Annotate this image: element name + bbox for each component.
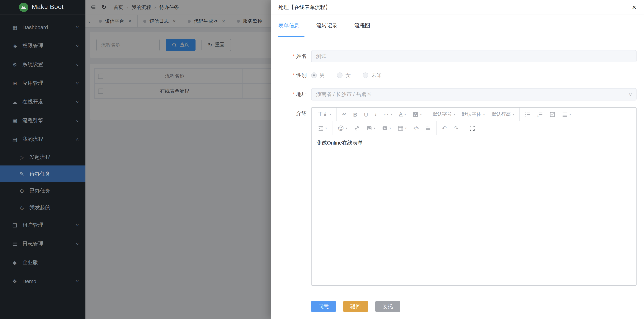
caret-down-icon: ▾ (513, 113, 514, 116)
gender-radio-group: 男 女 未知 (311, 69, 394, 81)
font-color-icon: A (399, 111, 402, 117)
align-justify-icon (562, 112, 568, 117)
tab-form-info[interactable]: 表单信息 (278, 15, 299, 37)
caret-down-icon: ▾ (346, 126, 347, 130)
sidebar-item-app-management[interactable]: ⊞ 应用管理 ∨ (0, 74, 86, 93)
toolbar-divider (336, 107, 336, 121)
close-drawer-icon[interactable]: ✕ (632, 4, 636, 11)
sidebar-item-enterprise[interactable]: ◆ 企业版 (0, 253, 86, 272)
numbered-list-icon[interactable]: 123 (534, 108, 546, 121)
form-row-intro: 介绍 正文 ▾ “ B U I (278, 107, 636, 286)
chevron-down-icon: ∨ (76, 26, 80, 29)
fullscreen-icon[interactable] (466, 121, 478, 135)
task-form: 姓名 测试 性别 男 女 (278, 50, 636, 292)
caret-down-icon: ▾ (420, 113, 422, 116)
shield-icon: ◈ (11, 43, 18, 49)
sidebar-item-done-tasks[interactable]: ⊙ 已办任务 (0, 182, 86, 199)
sidebar-item-start-process[interactable]: ▷ 发起流程 (0, 149, 86, 165)
gear-icon: ⚙ (11, 62, 18, 68)
toolbar-divider (436, 121, 436, 135)
calendar-check-icon: ▣ (11, 118, 18, 124)
sidebar-item-online-dev[interactable]: ☁ 在线开发 ∨ (0, 93, 86, 111)
radio-dot-icon (311, 73, 317, 78)
radio-male[interactable]: 男 (311, 72, 325, 79)
sidebar-item-permissions[interactable]: ◈ 权限管理 ∨ (0, 37, 86, 55)
insert-link-icon[interactable] (350, 121, 363, 135)
intro-label: 介绍 (278, 107, 311, 120)
underline-icon[interactable]: U (360, 108, 372, 121)
drawer-actions: 同意 驳回 委托 (278, 292, 636, 312)
send-icon: ▷ (18, 154, 25, 160)
app-logo[interactable]: Maku Boot (0, 0, 86, 15)
radio-female[interactable]: 女 (337, 72, 351, 79)
toolbar-divider (520, 107, 520, 121)
align-dropdown[interactable]: ▾ (558, 108, 574, 121)
app-root: Maku Boot ▦ Dashboard ∨ ◈ 权限管理 ∨ ⚙ 系统设置 … (0, 0, 644, 319)
editor-toolbar-row-1: 正文 ▾ “ B U I ⋯ ▾ (312, 108, 636, 121)
address-label: 地址 (278, 88, 311, 101)
check-circle-icon: ⊙ (18, 188, 25, 194)
sidebar-item-my-process[interactable]: ▤ 我的流程 ∧ (0, 130, 86, 149)
caret-down-icon: ▾ (389, 126, 391, 130)
emoji-dropdown[interactable]: ☺ ▾ (334, 121, 350, 135)
line-height-dropdown[interactable]: 默认行高 ▾ (488, 108, 518, 121)
sidebar-item-dashboard[interactable]: ▦ Dashboard ∨ (0, 18, 86, 37)
sidebar-item-tenant-management[interactable]: ❏ 租户管理 ∨ (0, 216, 86, 235)
caret-down-icon: ▾ (454, 113, 455, 116)
frame-icon: ❏ (11, 222, 18, 228)
radio-dot-icon (337, 73, 342, 78)
insert-table-dropdown[interactable]: ▾ (394, 121, 410, 135)
editor-content[interactable]: 测试Online在线表单 (312, 135, 636, 285)
name-field[interactable]: 测试 (311, 50, 636, 62)
approve-button[interactable]: 同意 (311, 301, 336, 312)
sidebar: Maku Boot ▦ Dashboard ∨ ◈ 权限管理 ∨ ⚙ 系统设置 … (0, 0, 86, 319)
toolbar-divider (427, 107, 427, 121)
svg-text:3: 3 (538, 115, 538, 117)
tab-flow-diagram[interactable]: 流程图 (354, 15, 370, 37)
redo-icon[interactable]: ↷ (450, 121, 462, 135)
highlight-color-dropdown[interactable]: A ▾ (409, 108, 425, 121)
font-family-dropdown[interactable]: 默认字体 ▾ (458, 108, 488, 121)
italic-icon[interactable]: I (372, 108, 380, 121)
address-value: 湖南省 / 长沙市 / 岳麓区 (316, 91, 372, 98)
drawer-title: 处理【在线表单流程】 (278, 4, 330, 11)
address-select[interactable]: 湖南省 / 长沙市 / 岳麓区 ∨ (311, 88, 636, 101)
sidebar-item-my-initiated[interactable]: ◇ 我发起的 (0, 199, 86, 216)
process-task-drawer: 处理【在线表单流程】 ✕ 表单信息 流转记录 流程图 姓名 测试 性别 (271, 0, 644, 319)
indent-dropdown[interactable]: ▾ (314, 121, 330, 135)
bold-icon[interactable]: B (350, 108, 360, 121)
delegate-button[interactable]: 委托 (375, 301, 400, 312)
sidebar-item-todo-tasks[interactable]: ✎ 待办任务 (0, 165, 86, 182)
caret-down-icon: ▾ (325, 126, 327, 130)
edit-icon: ✎ (18, 171, 25, 177)
sidebar-item-log-management[interactable]: ☰ 日志管理 ∨ (0, 235, 86, 253)
undo-icon[interactable]: ↶ (438, 121, 450, 135)
reject-button[interactable]: 驳回 (343, 301, 368, 312)
image-icon (366, 125, 372, 131)
radio-unknown[interactable]: 未知 (363, 72, 382, 79)
bullet-list-icon[interactable] (522, 108, 534, 121)
chevron-down-icon: ∨ (76, 44, 80, 48)
insert-video-dropdown[interactable]: ▾ (378, 121, 394, 135)
blockquote-icon[interactable]: “ (338, 108, 350, 121)
app-title: Maku Boot (32, 3, 64, 11)
more-styles-dropdown[interactable]: ⋯ ▾ (380, 108, 396, 121)
caret-down-icon: ▾ (570, 113, 571, 116)
chevron-down-icon: ∨ (76, 63, 80, 67)
sidebar-item-demo[interactable]: ❖ Demo ∨ (0, 272, 86, 291)
drawer-tabs: 表单信息 流转记录 流程图 (278, 15, 636, 37)
sidebar-item-process-engine[interactable]: ▣ 流程引擎 ∨ (0, 111, 86, 130)
insert-image-dropdown[interactable]: ▾ (363, 121, 378, 135)
sidebar-item-system-settings[interactable]: ⚙ 系统设置 ∨ (0, 55, 86, 74)
chevron-down-icon: ∨ (76, 279, 80, 283)
paragraph-style-dropdown[interactable]: 正文 ▾ (314, 108, 334, 121)
ellipsis-icon: ⋯ (384, 111, 389, 117)
task-list-icon[interactable] (546, 108, 558, 121)
caret-down-icon: ▾ (330, 113, 331, 116)
radio-dot-icon (363, 73, 368, 78)
font-size-dropdown[interactable]: 默认字号 ▾ (429, 108, 458, 121)
horizontal-rule-icon[interactable] (422, 121, 434, 135)
tab-flow-records[interactable]: 流转记录 (316, 15, 337, 37)
font-color-dropdown[interactable]: A ▾ (396, 108, 409, 121)
code-block-icon[interactable]: </> (410, 121, 422, 135)
